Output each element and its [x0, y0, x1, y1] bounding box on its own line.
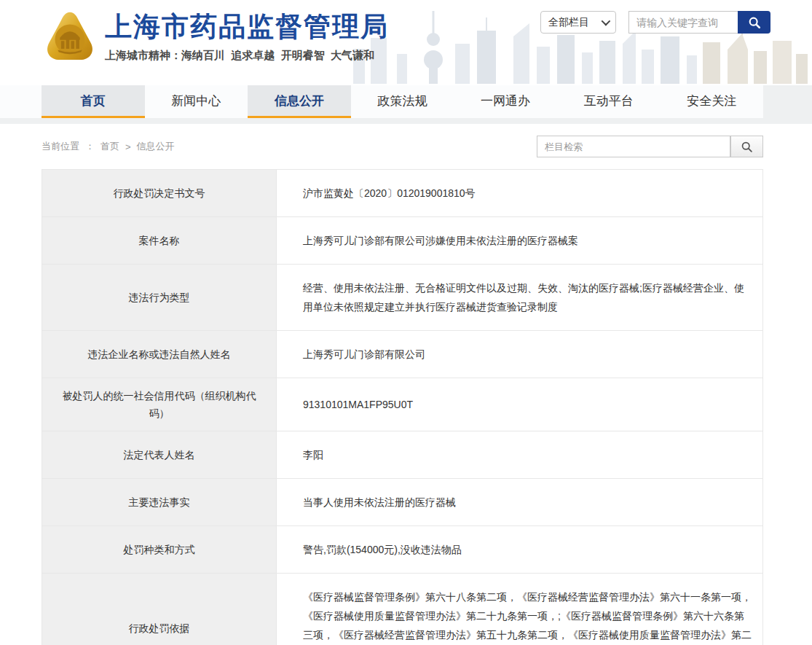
agency-logo[interactable] — [42, 6, 98, 73]
row-label: 违法行为类型 — [42, 265, 277, 330]
row-value: 沪市监黄处〔2020〕012019001810号 — [277, 170, 762, 216]
nav-item-news[interactable]: 新闻中心 — [145, 85, 248, 118]
category-select[interactable]: 全部栏目 — [540, 11, 616, 34]
nav-item-online-services[interactable]: 一网通办 — [454, 85, 557, 118]
header-search-bar: 全部栏目 — [540, 11, 770, 34]
table-row: 违法行为类型 经营、使用未依法注册、无合格证明文件以及过期、失效、淘汰的医疗器械… — [42, 265, 762, 331]
site-subtitle: 上海城市精神：海纳百川 追求卓越 开明睿智 大气谦和 — [105, 49, 389, 63]
row-label: 案件名称 — [42, 217, 277, 264]
nav-item-safety[interactable]: 安全关注 — [660, 85, 763, 118]
site-header: 上海市药品监督管理局 上海城市精神：海纳百川 追求卓越 开明睿智 大气谦和 全部… — [0, 0, 812, 85]
chevron-down-icon — [602, 17, 611, 26]
search-icon — [748, 16, 761, 29]
row-value: 91310101MA1FP95U0T — [277, 378, 762, 431]
table-row: 主要违法事实 当事人使用未依法注册的医疗器械 — [42, 479, 762, 526]
row-value: 《医疗器械监督管理条例》第六十八条第二项，《医疗器械经营监督管理办法》第六十一条… — [277, 574, 762, 645]
breadcrumb-current[interactable]: 信息公开 — [137, 140, 175, 153]
row-label: 处罚种类和方式 — [42, 526, 277, 573]
nav-item-home[interactable]: 首页 — [42, 85, 145, 118]
nav-item-info-disclosure[interactable]: 信息公开 — [248, 85, 351, 118]
breadcrumb-separator: > — [125, 141, 131, 152]
breadcrumb-home-link[interactable]: 首页 — [100, 140, 119, 153]
column-search-input[interactable] — [537, 136, 730, 157]
main-navigation: 首页 新闻中心 信息公开 政策法规 一网通办 互动平台 安全关注 — [0, 85, 812, 124]
breadcrumb-label: 当前位置 — [42, 140, 79, 153]
row-value: 经营、使用未依法注册、无合格证明文件以及过期、失效、淘汰的医疗器械;医疗器械经营… — [277, 265, 762, 330]
row-value: 上海秀可儿门诊部有限公司涉嫌使用未依法注册的医疗器械案 — [277, 217, 762, 264]
breadcrumb-colon: ： — [85, 140, 95, 153]
penalty-detail-table: 行政处罚决定书文号 沪市监黄处〔2020〕012019001810号 案件名称 … — [42, 169, 763, 645]
table-row: 处罚种类和方式 警告,罚款(154000元),没收违法物品 — [42, 526, 762, 574]
row-value: 警告,罚款(154000元),没收违法物品 — [277, 526, 762, 573]
row-value: 上海秀可儿门诊部有限公司 — [277, 331, 762, 378]
table-row: 法定代表人姓名 李阳 — [42, 431, 762, 479]
table-row: 违法企业名称或违法自然人姓名 上海秀可儿门诊部有限公司 — [42, 331, 762, 378]
row-label: 主要违法事实 — [42, 479, 277, 525]
header-search-button[interactable] — [738, 11, 770, 34]
category-select-value: 全部栏目 — [548, 16, 589, 29]
column-search-bar — [537, 136, 763, 157]
keyword-search-input[interactable] — [628, 11, 738, 34]
row-label: 被处罚人的统一社会信用代码（组织机构代码） — [42, 378, 277, 431]
row-value: 李阳 — [277, 431, 762, 478]
row-label: 行政处罚决定书文号 — [42, 170, 277, 216]
site-title: 上海市药品监督管理局 — [105, 10, 389, 44]
nav-item-interaction[interactable]: 互动平台 — [557, 85, 661, 118]
row-value: 当事人使用未依法注册的医疗器械 — [277, 479, 762, 525]
row-label: 法定代表人姓名 — [42, 431, 277, 478]
table-row: 被处罚人的统一社会信用代码（组织机构代码） 91310101MA1FP95U0T — [42, 378, 762, 431]
table-row: 行政处罚决定书文号 沪市监黄处〔2020〕012019001810号 — [42, 170, 762, 217]
row-label: 违法企业名称或违法自然人姓名 — [42, 331, 277, 378]
breadcrumb: 当前位置 ： 首页 > 信息公开 — [42, 140, 175, 153]
nav-item-policies[interactable]: 政策法规 — [351, 85, 454, 118]
table-row: 案件名称 上海秀可儿门诊部有限公司涉嫌使用未依法注册的医疗器械案 — [42, 217, 762, 265]
row-label: 行政处罚依据 — [42, 574, 277, 645]
table-row: 行政处罚依据 《医疗器械监督管理条例》第六十八条第二项，《医疗器械经营监督管理办… — [42, 574, 762, 645]
search-icon — [741, 141, 753, 153]
column-search-button[interactable] — [730, 136, 763, 157]
